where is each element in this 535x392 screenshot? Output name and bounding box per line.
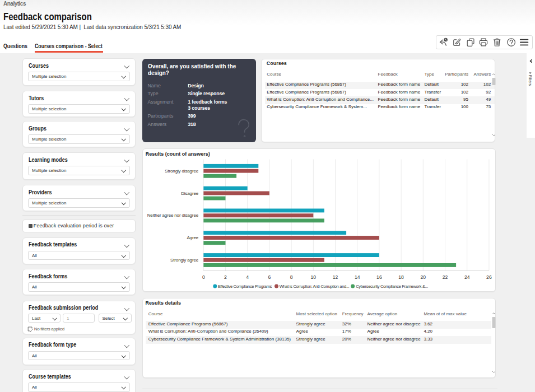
svg-text:22: 22 [442, 274, 448, 280]
svg-text:6: 6 [268, 274, 271, 280]
svg-text:8: 8 [290, 274, 292, 280]
svg-text:26: 26 [486, 274, 492, 280]
svg-text:Results (count of answers): Results (count of answers) [145, 151, 210, 157]
svg-text:2: 2 [224, 274, 227, 280]
svg-text:0: 0 [202, 274, 204, 280]
svg-text:24: 24 [464, 274, 469, 280]
svg-text:Strongly agree: Strongly agree [170, 258, 199, 263]
svg-text:16: 16 [376, 274, 382, 280]
svg-text:Disagree: Disagree [181, 191, 199, 196]
svg-text:Strongly disagree: Strongly disagree [165, 169, 198, 174]
svg-text:14: 14 [354, 274, 360, 280]
svg-text:Neither agree nor disagree: Neither agree nor disagree [147, 213, 198, 218]
svg-text:18: 18 [398, 274, 404, 280]
svg-text:20: 20 [420, 274, 426, 280]
svg-text:Agree: Agree [187, 235, 198, 240]
svg-text:12: 12 [332, 274, 338, 280]
svg-text:Effective Compliance Programs: Effective Compliance Programs [217, 284, 272, 289]
svg-text:What is Corruption: Anti-Corru: What is Corruption: Anti-Corruption and.… [279, 284, 349, 289]
svg-text:4: 4 [246, 274, 249, 280]
svg-text:10: 10 [310, 274, 316, 280]
svg-text:Cybersecurity Compliance Frame: Cybersecurity Compliance Framework &... [356, 284, 428, 289]
